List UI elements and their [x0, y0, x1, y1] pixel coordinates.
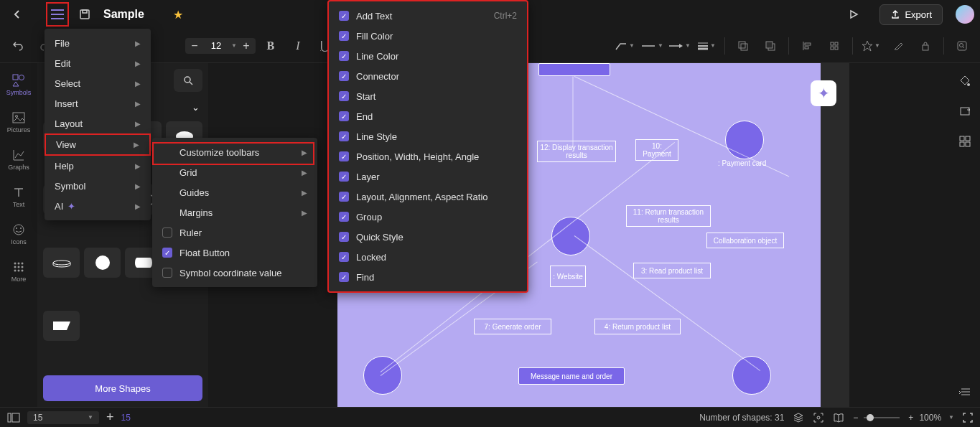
export-right-icon[interactable]: [956, 102, 974, 121]
toolbar-toggle-line-style[interactable]: ✓Line Style: [329, 126, 527, 146]
italic-button[interactable]: I: [286, 34, 310, 58]
star-icon[interactable]: ★: [173, 8, 183, 22]
toolbar-toggle-start[interactable]: ✓Start: [329, 86, 527, 106]
chevron-down-icon[interactable]: ▼: [231, 42, 237, 49]
shape-circle2[interactable]: [84, 248, 121, 278]
toolbar-toggle-locked[interactable]: ✓Locked: [329, 247, 527, 267]
menu-item-layout[interactable]: Layout▶: [45, 113, 151, 133]
node-message-name[interactable]: Message name and order: [518, 367, 625, 385]
graphs-tab[interactable]: Graphs: [1, 144, 36, 175]
book-icon[interactable]: [833, 413, 844, 423]
node-read-product[interactable]: 3: Read product list: [633, 263, 711, 278]
toolbar-toggle-end[interactable]: ✓End: [329, 106, 527, 126]
font-size-decrease[interactable]: −: [187, 39, 202, 52]
menu-item-view[interactable]: View▶: [45, 133, 151, 156]
more-tab[interactable]: More: [1, 255, 36, 287]
quick-style-button[interactable]: ▼: [859, 34, 883, 58]
layout-icon[interactable]: [7, 413, 20, 423]
view-item-customize-toolbars[interactable]: Customize toolbars▶: [152, 142, 317, 162]
layers-icon[interactable]: [793, 412, 804, 423]
save-icon[interactable]: [73, 3, 96, 26]
search-button[interactable]: [174, 69, 202, 92]
more-shapes-button[interactable]: More Shapes: [43, 375, 202, 401]
left-zoom-select[interactable]: 15▼: [27, 411, 99, 424]
menu-item-edit[interactable]: Edit▶: [45, 53, 151, 73]
view-item-symbol-coordinate-value[interactable]: Symbol coordinate value: [152, 263, 317, 283]
toolbar-toggle-connector[interactable]: ✓Connector: [329, 66, 527, 86]
menu-item-insert[interactable]: Insert▶: [45, 93, 151, 113]
zoom-slider[interactable]: [864, 417, 900, 418]
export-button[interactable]: Export: [879, 4, 943, 25]
menu-item-file[interactable]: File▶: [45, 33, 151, 53]
bold-button[interactable]: B: [258, 34, 283, 58]
menu-item-ai[interactable]: AI✦▶: [45, 196, 151, 216]
menu-item-select[interactable]: Select▶: [45, 73, 151, 93]
toolbar-toggle-line-color[interactable]: ✓Line Color: [329, 46, 527, 66]
text-tab[interactable]: Text: [1, 181, 36, 212]
fill-icon[interactable]: [956, 72, 974, 90]
play-button[interactable]: [842, 3, 865, 26]
ai-sparkle-button[interactable]: ✦: [811, 80, 836, 106]
svg-point-20: [960, 43, 963, 47]
shape-plate[interactable]: [43, 248, 80, 278]
node-bl-circle[interactable]: [363, 356, 402, 395]
front-layer-button[interactable]: [758, 34, 783, 58]
icons-tab[interactable]: Icons: [1, 218, 36, 250]
back-button[interactable]: [6, 3, 29, 26]
node-generate-order[interactable]: 7: Generate order: [474, 319, 551, 334]
node-payment-card-circle[interactable]: [725, 121, 764, 159]
svg-point-31: [22, 263, 24, 265]
chevron-down-icon: ⌄: [192, 102, 200, 113]
main-menu-button[interactable]: [51, 9, 64, 19]
font-size-increase[interactable]: +: [238, 39, 254, 52]
toolbar-toggle-layout-alignment-aspect-ratio[interactable]: ✓Layout, Alignment, Aspect Ratio: [329, 187, 527, 207]
pictures-tab[interactable]: Pictures: [1, 106, 36, 138]
toolbar-toggle-add-text[interactable]: ✓Add TextCtrl+2: [329, 6, 527, 26]
node-website[interactable]: : Website: [550, 266, 586, 287]
shape-trap2[interactable]: [43, 311, 80, 341]
toolbar-toggle-group[interactable]: ✓Group: [329, 207, 527, 227]
line-end-button[interactable]: ▼: [667, 34, 691, 58]
zoom-in-button[interactable]: +: [908, 413, 913, 423]
view-item-grid[interactable]: Grid▶: [152, 162, 317, 182]
line-start-button[interactable]: ▼: [640, 34, 664, 58]
focus-icon[interactable]: [813, 412, 824, 423]
view-item-ruler[interactable]: Ruler: [152, 222, 317, 243]
symbols-tab[interactable]: Symbols: [1, 69, 36, 100]
toolbar-toggle-find[interactable]: ✓Find: [329, 267, 527, 287]
fullscreen-icon[interactable]: [963, 413, 973, 423]
edit-button[interactable]: [886, 34, 910, 58]
node-display-transaction[interactable]: 12: Display transaction results: [537, 141, 616, 162]
node-payment[interactable]: 10: Payment: [635, 139, 678, 161]
undo-button[interactable]: [6, 34, 30, 58]
lock-button[interactable]: [913, 34, 938, 58]
toolbar-toggle-layer[interactable]: ✓Layer: [329, 166, 527, 187]
grid-icon[interactable]: [956, 132, 974, 151]
menu-item-help[interactable]: Help▶: [45, 156, 151, 176]
user-avatar[interactable]: [956, 5, 974, 24]
back-layer-button[interactable]: [731, 34, 755, 58]
toolbar-toggle-fill-color[interactable]: ✓Fill Color: [329, 26, 527, 46]
node-collaboration[interactable]: Collaboration object: [706, 233, 784, 248]
toolbar-toggle-position-width-height-angle[interactable]: ✓Position, Width, Height, Angle: [329, 146, 527, 166]
font-size-value[interactable]: 12: [204, 40, 228, 51]
connector-button[interactable]: ▼: [612, 34, 637, 58]
node-return-transaction[interactable]: 11: Return transaction results: [626, 205, 711, 227]
align-group-button[interactable]: [822, 34, 846, 58]
align-left-button[interactable]: [795, 34, 819, 58]
node-top[interactable]: [538, 63, 610, 76]
toolbar-toggle-quick-style[interactable]: ✓Quick Style: [329, 227, 527, 247]
line-style-button[interactable]: ▼: [694, 34, 719, 58]
view-item-margins[interactable]: Margins▶: [152, 202, 317, 222]
svg-rect-56: [960, 142, 964, 146]
view-item-guides[interactable]: Guides▶: [152, 182, 317, 202]
node-return-product[interactable]: 4: Return product list: [594, 319, 681, 334]
find-button[interactable]: [950, 34, 974, 58]
list-panel-icon[interactable]: [956, 383, 974, 401]
menu-item-symbol[interactable]: Symbol▶: [45, 176, 151, 196]
node-br-circle[interactable]: [732, 356, 771, 395]
canvas-area[interactable]: 12: Display transaction results 10: Paym…: [208, 63, 950, 407]
add-page-button[interactable]: +: [106, 410, 114, 425]
view-item-float-button[interactable]: ✓Float Button: [152, 243, 317, 263]
zoom-out-button[interactable]: −: [853, 413, 858, 423]
